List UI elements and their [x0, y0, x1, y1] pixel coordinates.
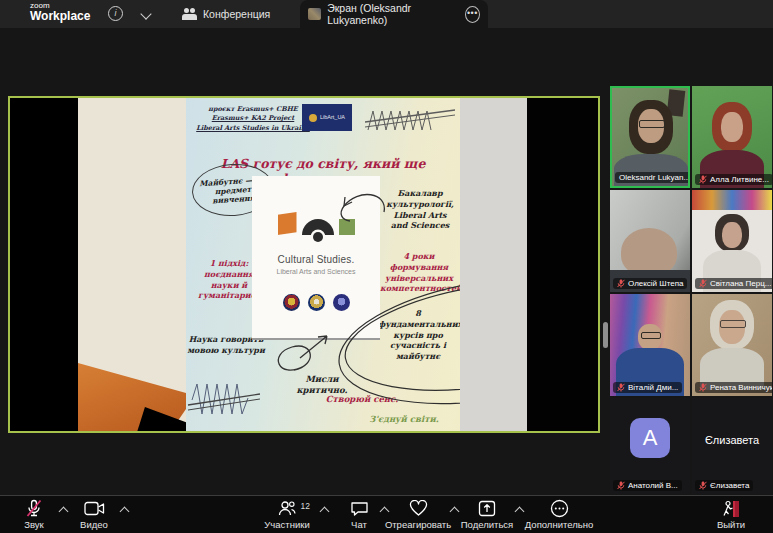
audio-button[interactable]: Звук	[10, 499, 58, 530]
participant-tile-alla[interactable]: Алла Литвине...	[692, 86, 772, 188]
avatar: А	[630, 418, 670, 458]
participants-strip: Oleksandr Lukyan... Алла Литвине... Олек…	[610, 86, 772, 494]
tab-screen-share[interactable]: Экран (Oleksandr Lukyanenko) •••	[300, 0, 488, 28]
cultural-studies-logo-icon	[252, 212, 380, 235]
participant-tile-vitalii[interactable]: Віталій Дми...	[610, 294, 690, 396]
share-label: Поделиться	[455, 519, 519, 530]
react-label: Отреагировать	[380, 519, 456, 530]
chat-label: Чат	[338, 519, 380, 530]
slide-courses-text: 8 фундаментальних курсів про сучасність …	[378, 308, 458, 362]
presentation-slide: проєкт Erasmus+ CBHE Erasmus+ KA2 Projec…	[186, 98, 460, 431]
participants-button[interactable]: 12 Участники	[250, 499, 324, 530]
participant-name: Анатолий В...	[628, 481, 678, 490]
leave-button[interactable]: Выйти	[705, 499, 757, 530]
slide-header-line3: Liberal Arts Studies in Ukraine	[194, 124, 312, 133]
participant-name-badge: Віталій Дми...	[613, 382, 682, 393]
participant-tile-oleksii[interactable]: Олексій Штепа	[610, 190, 690, 292]
participant-tile-anatolii[interactable]: А Анатолий В...	[610, 398, 690, 494]
slide-motto-connect: З'єднуй світи.	[358, 414, 450, 425]
meeting-toolbar: Звук Видео 12 Участники	[0, 495, 773, 533]
more-label: Дополнительно	[519, 519, 599, 530]
participants-label: Участники	[250, 519, 324, 530]
participant-name-badge: Oleksandr Lukyan...	[615, 172, 690, 183]
muted-mic-icon	[699, 481, 707, 490]
libart-label: LibArt_UA	[320, 114, 345, 121]
participant-video	[692, 294, 772, 396]
participant-display-name: Єлизавета	[692, 434, 772, 446]
slide-motto-sense: Створюй сенс.	[320, 394, 404, 405]
participant-name: Oleksandr Lukyan...	[619, 173, 690, 182]
chevron-down-icon[interactable]	[140, 8, 151, 19]
leave-label: Выйти	[705, 519, 757, 530]
shared-black-band	[527, 98, 598, 431]
screen-thumbnail-icon	[308, 8, 321, 20]
slide-header-line2: Erasmus+ KA2 Project	[194, 114, 312, 123]
slide-years-text: 4 роки формування універсальних компетен…	[380, 251, 458, 294]
tab-options-icon[interactable]: •••	[465, 6, 480, 23]
participant-name: Олексій Штепа	[628, 279, 683, 288]
muted-mic-icon	[699, 279, 707, 288]
info-icon[interactable]: i	[108, 6, 123, 21]
slide-approach-text: 1 підхід: поєднання науки й гуманітарист…	[198, 258, 260, 301]
participant-name-badge: Алла Литвине...	[695, 174, 772, 185]
card-subtitle: Liberal Arts and Sciences	[252, 268, 380, 275]
participants-count: 12	[301, 501, 310, 511]
participant-tile-renata[interactable]: Рената Винничук	[692, 294, 772, 396]
participants-options-caret[interactable]	[320, 507, 330, 517]
participant-video	[692, 190, 772, 292]
mic-muted-icon	[25, 499, 43, 518]
participant-tile-oleksandr[interactable]: Oleksandr Lukyan...	[610, 86, 690, 188]
cultural-studies-card: Cultural Studies. Liberal Arts and Scien…	[252, 176, 380, 338]
participant-name: Єлизавета	[710, 481, 749, 490]
tab-screen-label: Экран (Oleksandr Lukyanenko)	[327, 2, 457, 26]
zoom-workplace-logo: zoom Workplace	[30, 2, 90, 22]
people-icon	[182, 8, 197, 20]
participant-name-badge: Рената Винничук	[695, 382, 772, 393]
slide-header-line1: проєкт Erasmus+ CBHE	[208, 105, 298, 113]
react-button[interactable]: Отреагировать	[380, 499, 456, 530]
share-button[interactable]: Поделиться	[455, 499, 519, 530]
university-seal-icon	[283, 294, 300, 311]
video-label: Видео	[66, 519, 122, 530]
university-seal-icon	[333, 294, 350, 311]
participant-tile-yelyzaveta[interactable]: Єлизавета Єлизавета	[692, 398, 772, 494]
participant-tile-svitlana[interactable]: Світлана Перц...	[692, 190, 772, 292]
muted-mic-icon	[699, 175, 707, 184]
participant-name: Світлана Перц...	[710, 279, 771, 288]
meeting-main-area: проєкт Erasmus+ CBHE Erasmus+ KA2 Projec…	[0, 28, 773, 495]
participant-video	[692, 86, 772, 188]
libart-emblem-icon	[309, 114, 317, 122]
slide-header: проєкт Erasmus+ CBHE Erasmus+ KA2 Projec…	[194, 105, 312, 133]
video-options-caret[interactable]	[120, 507, 130, 517]
muted-mic-icon	[699, 383, 707, 392]
title-bar: zoom Workplace i Конференция Экран (Olek…	[0, 0, 773, 28]
participants-icon	[277, 500, 297, 517]
camera-icon	[84, 501, 105, 516]
video-button[interactable]: Видео	[66, 499, 122, 530]
share-screen-icon	[478, 500, 496, 517]
heart-icon	[409, 500, 428, 517]
participant-name: Віталій Дми...	[628, 383, 678, 392]
share-scrollbar[interactable]	[603, 322, 608, 348]
slide-bachelor-text: Бакалавр культурології, Liberal Arts and…	[384, 188, 456, 231]
audio-label: Звук	[10, 519, 58, 530]
shared-app-margin	[460, 98, 527, 431]
university-seals	[252, 294, 380, 311]
participant-name: Рената Винничук	[710, 383, 772, 392]
more-icon	[550, 499, 569, 518]
participant-video	[610, 294, 690, 396]
participant-name-badge: Анатолий В...	[613, 480, 682, 491]
chat-icon	[350, 501, 369, 517]
participant-name-badge: Єлизавета	[695, 480, 753, 491]
university-seal-icon	[308, 294, 325, 311]
shared-app-background	[78, 98, 186, 431]
slide-orange-shape	[78, 331, 186, 431]
more-button[interactable]: Дополнительно	[519, 499, 599, 530]
card-title: Cultural Studies.	[252, 254, 380, 265]
tab-conference[interactable]: Конференция	[182, 0, 270, 28]
muted-mic-icon	[617, 383, 625, 392]
participant-name: Алла Литвине...	[710, 175, 769, 184]
participant-name-badge: Світлана Перц...	[695, 278, 772, 289]
chat-button[interactable]: Чат	[338, 499, 380, 530]
leave-icon	[721, 500, 741, 518]
